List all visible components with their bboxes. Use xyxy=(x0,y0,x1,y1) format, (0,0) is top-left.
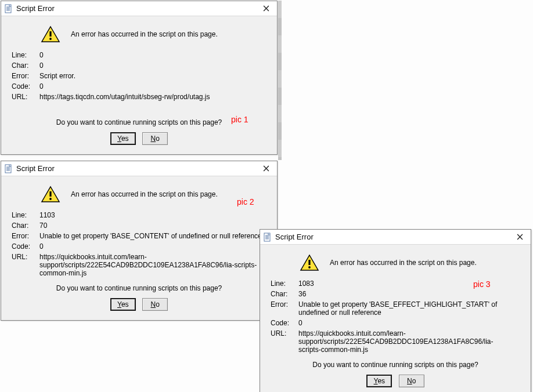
error-label: Error: xyxy=(12,232,39,240)
error-value: Unable to get property 'BASE_EFFECT_HIGH… xyxy=(298,300,520,317)
warning-icon xyxy=(41,26,60,43)
error-heading: An error has occurred in the script on t… xyxy=(71,190,218,198)
close-button[interactable] xyxy=(258,163,273,175)
yes-button[interactable]: Yes xyxy=(110,132,136,145)
url-label: URL: xyxy=(271,329,298,354)
svg-rect-10 xyxy=(5,165,11,173)
char-value: 36 xyxy=(298,290,520,298)
dialog-title: Script Error xyxy=(16,164,258,173)
dialog-title: Script Error xyxy=(275,233,512,241)
close-icon xyxy=(263,165,269,172)
url-label: URL: xyxy=(12,93,39,101)
document-icon xyxy=(5,4,13,13)
error-heading: An error has occurred in the script on t… xyxy=(71,30,218,38)
url-value: https://quickbooks.intuit.com/learn-supp… xyxy=(298,329,520,354)
close-button[interactable] xyxy=(258,3,273,14)
pic-label-3: pic 3 xyxy=(473,280,491,289)
document-icon xyxy=(264,233,272,242)
continue-prompt: Do you want to continue running scripts … xyxy=(56,118,222,126)
script-error-dialog-3: Script Error An error has occurred in th… xyxy=(260,229,531,392)
svg-rect-18 xyxy=(49,191,51,197)
svg-rect-28 xyxy=(308,260,310,265)
line-label: Line: xyxy=(12,211,39,219)
code-label: Code: xyxy=(12,242,39,251)
no-button[interactable]: No xyxy=(142,132,168,145)
svg-rect-8 xyxy=(49,31,51,37)
error-label: Error: xyxy=(271,300,298,317)
code-label: Code: xyxy=(271,319,298,327)
svg-point-9 xyxy=(49,38,52,40)
close-icon xyxy=(263,5,269,12)
svg-point-29 xyxy=(308,266,311,268)
url-label: URL: xyxy=(12,253,39,277)
svg-rect-20 xyxy=(264,233,270,241)
char-value: 70 xyxy=(39,222,266,230)
titlebar[interactable]: Script Error xyxy=(1,1,277,16)
yes-button[interactable]: Yes xyxy=(110,298,136,311)
svg-rect-0 xyxy=(5,5,11,13)
dialog-body: An error has occurred in the script on t… xyxy=(1,176,277,320)
char-label: Char: xyxy=(12,61,39,70)
line-label: Line: xyxy=(271,280,298,288)
url-value: https://quickbooks.intuit.com/learn-supp… xyxy=(39,253,266,277)
background-strip xyxy=(278,1,282,160)
code-value: 0 xyxy=(298,319,520,327)
warning-icon xyxy=(41,186,60,203)
char-value: 0 xyxy=(39,61,266,70)
script-error-dialog-2: Script Error An error has occurred in th… xyxy=(1,161,278,321)
no-button[interactable]: No xyxy=(142,298,168,311)
code-value: 0 xyxy=(39,82,266,90)
dialog-title: Script Error xyxy=(16,4,258,13)
url-value: https://tags.tiqcdn.com/utag/intuit/sbse… xyxy=(39,93,266,101)
svg-point-19 xyxy=(49,198,52,200)
no-button[interactable]: No xyxy=(399,375,424,387)
line-value: 1103 xyxy=(39,211,266,219)
continue-prompt: Do you want to continue running scripts … xyxy=(312,361,478,369)
code-label: Code: xyxy=(12,82,39,90)
document-icon xyxy=(5,164,13,173)
line-value: 0 xyxy=(39,51,266,59)
dialog-body: An error has occurred in the script on t… xyxy=(260,245,531,392)
dialog-body: An error has occurred in the script on t… xyxy=(1,16,277,154)
yes-button[interactable]: Yes xyxy=(366,375,392,387)
pic-label-1: pic 1 xyxy=(231,115,249,124)
code-value: 0 xyxy=(39,242,266,251)
close-icon xyxy=(517,234,523,240)
error-value: Unable to get property 'BASE_CONTENT' of… xyxy=(39,232,266,240)
error-heading: An error has occurred in the script on t… xyxy=(330,259,477,267)
line-label: Line: xyxy=(12,51,39,59)
warning-icon xyxy=(300,254,319,271)
titlebar[interactable]: Script Error xyxy=(1,161,277,176)
pic-label-2: pic 2 xyxy=(237,197,254,206)
titlebar[interactable]: Script Error xyxy=(260,230,531,245)
char-label: Char: xyxy=(12,222,39,230)
error-value: Script error. xyxy=(39,72,266,80)
char-label: Char: xyxy=(271,290,298,298)
continue-prompt: Do you want to continue running scripts … xyxy=(56,284,222,292)
script-error-dialog-1: Script Error An error has occurred in th… xyxy=(1,1,278,155)
error-label: Error: xyxy=(12,72,39,80)
close-button[interactable] xyxy=(512,231,527,243)
